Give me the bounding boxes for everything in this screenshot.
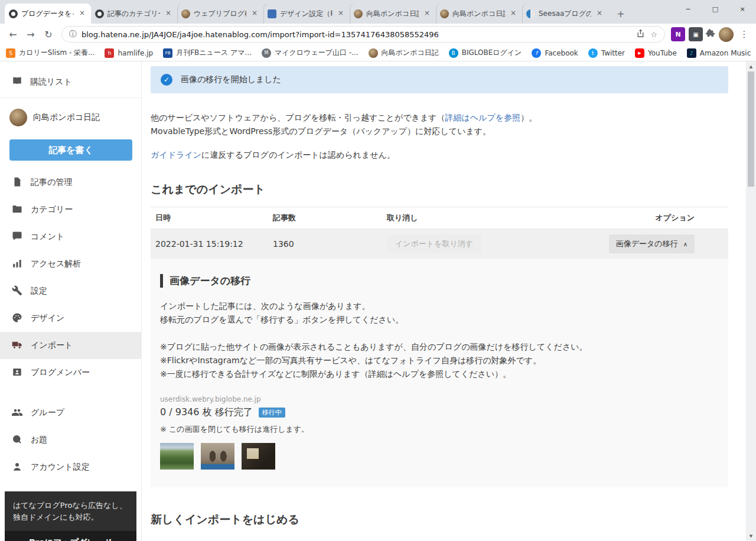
sidebar-item-account[interactable]: アカウント設定: [0, 454, 141, 481]
extension-icon[interactable]: [689, 27, 703, 41]
browser-tab-blog-2[interactable]: 向島ポンポコ日記（ ×: [436, 4, 522, 24]
address-bar[interactable]: ⓘ blog.hatena.ne.jp/JA4JOE/ja4joe.hatena…: [61, 26, 665, 43]
tab-close-icon[interactable]: ×: [77, 9, 87, 18]
help-link[interactable]: 詳細はヘルプを参照: [445, 113, 521, 122]
status-badge: 移行中: [259, 408, 285, 418]
new-tab-button[interactable]: +: [613, 6, 628, 21]
guideline-link[interactable]: ガイドライン: [151, 150, 201, 159]
write-entry-button[interactable]: 記事を書く: [9, 139, 132, 161]
blog-selector[interactable]: 向島ポンポコ日記: [0, 99, 141, 136]
sidebar-item-entries[interactable]: 記事の管理: [0, 169, 141, 196]
chevron-up-icon: ∧: [683, 241, 687, 247]
divider: [0, 97, 141, 98]
tab-favicon: [440, 9, 449, 18]
sidebar-item-members[interactable]: ブログメンバー: [0, 359, 141, 386]
bookmark-item[interactable]: YouTube: [635, 48, 677, 58]
bookmark-item[interactable]: BIGLOBEログイン: [449, 48, 522, 58]
tab-close-icon[interactable]: ×: [336, 9, 346, 18]
browser-tab-webry[interactable]: ウェブリブログ移転済 ×: [177, 4, 263, 24]
maximize-button[interactable]: □: [702, 0, 729, 18]
close-button[interactable]: ×: [729, 0, 756, 18]
minimize-button[interactable]: ─: [674, 0, 702, 18]
bookmark-item[interactable]: 向島ポンポコ日記: [369, 48, 439, 58]
forward-icon[interactable]: →: [22, 26, 39, 43]
tab-strip: ブログデータをインポ × 記事のカテゴリーを変 × ウェブリブログ移転済 × デ…: [0, 0, 756, 24]
sidebar-item-label: 記事の管理: [31, 177, 72, 188]
scroll-up-icon[interactable]: ▲: [746, 61, 756, 71]
browser-tab-import[interactable]: ブログデータをインポ ×: [5, 4, 91, 24]
onenote-extension-icon[interactable]: [671, 27, 685, 41]
favicon: [262, 48, 271, 58]
truck-icon: [12, 340, 22, 352]
sidebar-item-label: 購読リスト: [30, 77, 72, 87]
sidebar-item-subscriptions[interactable]: 購読リスト: [0, 67, 141, 96]
bookmark-item[interactable]: カロリーSlism - 栄養...: [6, 48, 94, 58]
tab-close-icon[interactable]: ×: [422, 9, 432, 18]
browser-tab-design[interactable]: デザイン設定（PC） ×: [263, 4, 350, 24]
bookmark-item[interactable]: hamlife.jp: [105, 48, 153, 58]
tab-favicon: [268, 9, 276, 18]
member-card-icon: [12, 367, 22, 379]
sidebar-item-design[interactable]: デザイン: [0, 305, 141, 332]
browser-tab-blog-1[interactable]: 向島ポンポコ日記（ ×: [350, 4, 436, 24]
table-header-row: 日時 記事数 取り消し オプション: [151, 207, 728, 229]
guideline-paragraph: ガイドラインに違反するブログのインポートは認められません。: [151, 150, 728, 161]
column-header-options: オプション: [588, 213, 724, 223]
sidebar-item-label: インポート: [31, 340, 73, 351]
bookmark-item[interactable]: Facebook: [532, 48, 578, 58]
bookmark-label: 向島ポンポコ日記: [382, 48, 439, 58]
pro-upgrade-button[interactable]: Proにアップグレード: [5, 531, 136, 541]
import-date: 2022-01-31 15:19:12: [155, 239, 273, 249]
back-icon[interactable]: ←: [5, 26, 21, 43]
sidebar-item-groups[interactable]: グループ: [0, 399, 141, 426]
image-migration-toggle-button[interactable]: 画像データの移行 ∧: [609, 234, 695, 253]
intro-line-2: MovableType形式とWordPress形式のブログデータ（バックアップ）…: [151, 125, 728, 138]
tab-favicon: [526, 9, 535, 18]
sidebar-item-categories[interactable]: カテゴリー: [0, 196, 141, 223]
extensions-puzzle-icon[interactable]: [705, 28, 715, 40]
bookmark-label: Twitter: [601, 49, 625, 57]
tab-close-icon[interactable]: ×: [164, 9, 173, 18]
scroll-down-icon[interactable]: ▼: [746, 531, 756, 541]
sidebar-item-settings[interactable]: 設定: [0, 278, 141, 305]
url-text[interactable]: blog.hatena.ne.jp/JA4JOE/ja4joe.hatenabl…: [82, 30, 631, 39]
intro-line-1: 他のサービスやソフトウェアから、ブログを移転・引っ越すことができます（詳細はヘル…: [151, 111, 728, 125]
browser-tab-seesaa[interactable]: Seesaaブログの Fac ×: [522, 4, 608, 24]
palette-icon: [12, 312, 22, 325]
panel-text: インポートした記事には、次のような画像があります。: [160, 299, 719, 313]
tab-close-icon[interactable]: ×: [595, 9, 604, 18]
cancel-import-button[interactable]: インポートを取り消す: [387, 235, 481, 253]
reading-list-icon: [12, 76, 22, 88]
sidebar-item-odai[interactable]: お題: [0, 426, 141, 454]
note-text: ※FlickrやInstagramなど一部の写真共有サービスや、はてなフォトライ…: [160, 354, 719, 367]
bookmark-item[interactable]: マイクロウェーブ山口 -...: [262, 48, 359, 58]
bookmark-item[interactable]: Amazon Music: [687, 48, 751, 58]
page-scrollbar[interactable]: ▲ ▼: [746, 61, 756, 541]
bookmark-label: hamlife.jp: [118, 49, 153, 57]
share-icon[interactable]: [636, 28, 646, 40]
reload-icon[interactable]: ↻: [40, 26, 57, 43]
site-info-icon[interactable]: ⓘ: [69, 29, 77, 40]
blog-name: 向島ポンポコ日記: [33, 112, 100, 123]
sidebar-item-analytics[interactable]: アクセス解析: [0, 250, 141, 278]
browser-tab-category[interactable]: 記事のカテゴリーを変 ×: [91, 4, 177, 24]
tab-title: 記事のカテゴリーを変: [107, 9, 160, 19]
sidebar-item-comments[interactable]: コメント: [0, 223, 141, 250]
q-icon: [12, 434, 22, 447]
thumbnail-statues: [201, 443, 234, 470]
bookmark-item[interactable]: 月刊FBニュース アマ...: [163, 48, 252, 58]
bookmark-label: Facebook: [545, 49, 578, 57]
bookmark-star-icon[interactable]: ☆: [650, 30, 657, 39]
tab-close-icon[interactable]: ×: [250, 9, 259, 18]
tab-title: 向島ポンポコ日記（: [366, 9, 419, 19]
bookmark-label: BIGLOBEログイン: [462, 48, 522, 58]
browser-menu-icon[interactable]: ⋮: [737, 29, 751, 40]
tab-title: ウェブリブログ移転済: [194, 9, 246, 19]
tab-close-icon[interactable]: ×: [509, 9, 518, 18]
sidebar-item-label: アカウント設定: [31, 462, 90, 472]
scrollbar-thumb[interactable]: [748, 71, 754, 187]
profile-avatar[interactable]: [719, 27, 734, 42]
sidebar-item-import[interactable]: インポート: [0, 332, 141, 359]
bookmark-item[interactable]: Twitter: [588, 48, 625, 58]
favicon: [163, 48, 172, 58]
